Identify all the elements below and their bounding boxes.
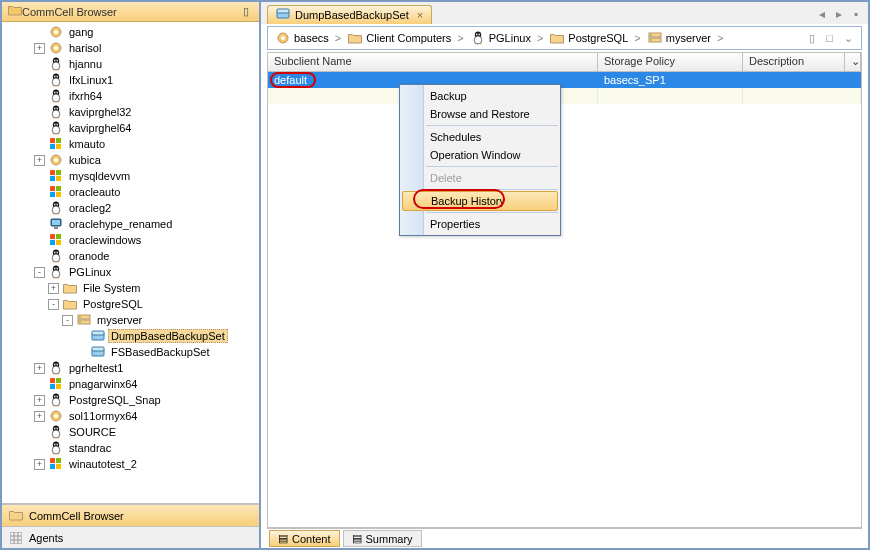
tree-node-kmauto[interactable]: kmauto <box>2 136 259 152</box>
svg-rect-69 <box>50 378 55 383</box>
expander-empty <box>34 203 45 214</box>
tree-node-kaviprghel64[interactable]: kaviprghel64 <box>2 120 259 136</box>
chevron-right-icon[interactable]: > <box>714 32 726 44</box>
svg-point-10 <box>54 76 55 78</box>
collapse-icon[interactable]: - <box>34 267 45 278</box>
svg-point-75 <box>54 396 55 398</box>
expander-empty <box>34 59 45 70</box>
bottom-tab-agents[interactable]: Agents <box>2 526 259 548</box>
breadcrumb-pglinux[interactable]: PGLinux <box>467 30 534 46</box>
svg-rect-48 <box>56 240 61 245</box>
expand-icon[interactable]: + <box>34 459 45 470</box>
bottom-tab-commcell-browser[interactable]: CommCell Browser <box>2 504 259 526</box>
tab-nav-icons[interactable]: ◂ ▸ ▪ <box>819 7 862 21</box>
tree-node-fsbasedbackupset[interactable]: FSBasedBackupSet <box>2 344 259 360</box>
tree-node-sol11ormyx64[interactable]: +sol11ormyx64 <box>2 408 259 424</box>
collapse-icon[interactable]: - <box>48 299 59 310</box>
tree-node-mysqldevvm[interactable]: mysqldevvm <box>2 168 259 184</box>
expander-empty <box>76 331 87 342</box>
chevron-right-icon[interactable]: > <box>534 32 546 44</box>
server-icon <box>647 30 663 46</box>
tree-label: oraclehype_renamed <box>66 218 172 230</box>
tree-node-postgresql-snap[interactable]: +PostgreSQL_Snap <box>2 392 259 408</box>
expand-icon[interactable]: + <box>34 411 45 422</box>
tree-label: oracleg2 <box>66 202 111 214</box>
tree-node-gang[interactable]: gang <box>2 24 259 40</box>
tree-label: kubica <box>66 154 101 166</box>
tree-node-source[interactable]: SOURCE <box>2 424 259 440</box>
tree-node-winautotest-2[interactable]: +winautotest_2 <box>2 456 259 472</box>
breadcrumb-basecs[interactable]: basecs <box>272 30 332 46</box>
tab-dumpbackupset[interactable]: DumpBasedBackupSet × <box>267 5 432 24</box>
menu-item-backup[interactable]: Backup <box>400 87 560 105</box>
col-menu-icon[interactable]: ⌄ <box>845 53 861 71</box>
tree-node-harisol[interactable]: +harisol <box>2 40 259 56</box>
expand-icon[interactable]: + <box>34 395 45 406</box>
col-subclient-name[interactable]: Subclient Name <box>268 53 598 71</box>
col-storage-policy[interactable]: Storage Policy <box>598 53 743 71</box>
right-panel: DumpBasedBackupSet × ◂ ▸ ▪ basecs>Client… <box>261 2 868 548</box>
svg-point-76 <box>57 396 58 398</box>
svg-point-55 <box>54 268 55 270</box>
chevron-right-icon[interactable]: > <box>454 32 466 44</box>
tree-label: oracleauto <box>66 186 120 198</box>
tree-node-oracleauto[interactable]: oracleauto <box>2 184 259 200</box>
tree-node-dumpbasedbackupset[interactable]: DumpBasedBackupSet <box>2 328 259 344</box>
grid-icon <box>8 531 24 545</box>
breadcrumb-myserver[interactable]: myserver <box>644 30 714 46</box>
tree-node-pglinux[interactable]: -PGLinux <box>2 264 259 280</box>
expand-icon[interactable]: + <box>48 283 59 294</box>
tree-node-oranode[interactable]: oranode <box>2 248 259 264</box>
expander-empty <box>34 91 45 102</box>
expand-icon[interactable]: + <box>34 363 45 374</box>
tree-label: oranode <box>66 250 109 262</box>
disk-icon <box>276 8 290 22</box>
tree-node-pgrheltest1[interactable]: +pgrheltest1 <box>2 360 259 376</box>
col-description[interactable]: Description <box>743 53 845 71</box>
menu-item-schedules[interactable]: Schedules <box>400 128 560 146</box>
pin-icon[interactable]: ▯ <box>239 5 253 18</box>
chevron-right-icon[interactable]: > <box>332 32 344 44</box>
breadcrumb-controls[interactable]: ▯ □ ⌄ <box>809 32 857 45</box>
server-icon <box>76 312 92 328</box>
svg-point-40 <box>54 204 55 206</box>
menu-item-operation-window[interactable]: Operation Window <box>400 146 560 164</box>
breadcrumb[interactable]: basecs>Client Computers>PGLinux>PostgreS… <box>267 26 862 50</box>
tree-node-pnagarwinx64[interactable]: pnagarwinx64 <box>2 376 259 392</box>
tree-node-ifxlinux1[interactable]: IfxLinux1 <box>2 72 259 88</box>
breadcrumb-client computers[interactable]: Client Computers <box>344 30 454 46</box>
tree-node-kubica[interactable]: +kubica <box>2 152 259 168</box>
chevron-right-icon[interactable]: > <box>631 32 643 44</box>
menu-item-browse-and-restore[interactable]: Browse and Restore <box>400 105 560 123</box>
status-tab-summary[interactable]: ▤Summary <box>343 530 422 547</box>
tree-node-myserver[interactable]: -myserver <box>2 312 259 328</box>
menu-item-backup-history[interactable]: Backup History <box>402 191 558 211</box>
tree-node-postgresql[interactable]: -PostgreSQL <box>2 296 259 312</box>
tree-node-standrac[interactable]: standrac <box>2 440 259 456</box>
expand-icon[interactable]: + <box>34 43 45 54</box>
tree-view[interactable]: gang+harisolhjannuIfxLinux1ifxrh64kavipr… <box>2 22 259 504</box>
tree-label: kmauto <box>66 138 105 150</box>
svg-point-41 <box>57 204 58 206</box>
table-row[interactable]: default basecs_SP1 <box>268 72 861 88</box>
tree-label: PGLinux <box>66 266 111 278</box>
tree-node-oraclehype-renamed[interactable]: oraclehype_renamed <box>2 216 259 232</box>
tree-node-oraclewindows[interactable]: oraclewindows <box>2 232 259 248</box>
breadcrumb-postgresql[interactable]: PostgreSQL <box>546 30 631 46</box>
collapse-icon[interactable]: - <box>62 315 73 326</box>
expander-empty <box>34 251 45 262</box>
expand-icon[interactable]: + <box>34 155 45 166</box>
tree-node-file-system[interactable]: +File System <box>2 280 259 296</box>
svg-rect-30 <box>50 170 55 175</box>
status-tab-content[interactable]: ▤Content <box>269 530 340 547</box>
tree-node-oracleg2[interactable]: oracleg2 <box>2 200 259 216</box>
tree-node-kaviprghel32[interactable]: kaviprghel32 <box>2 104 259 120</box>
svg-rect-91 <box>10 532 22 544</box>
menu-item-properties[interactable]: Properties <box>400 215 560 233</box>
svg-rect-34 <box>50 186 55 191</box>
svg-point-66 <box>52 366 60 374</box>
tree-node-hjannu[interactable]: hjannu <box>2 56 259 72</box>
svg-point-82 <box>57 428 58 430</box>
close-icon[interactable]: × <box>417 9 423 21</box>
tree-node-ifxrh64[interactable]: ifxrh64 <box>2 88 259 104</box>
